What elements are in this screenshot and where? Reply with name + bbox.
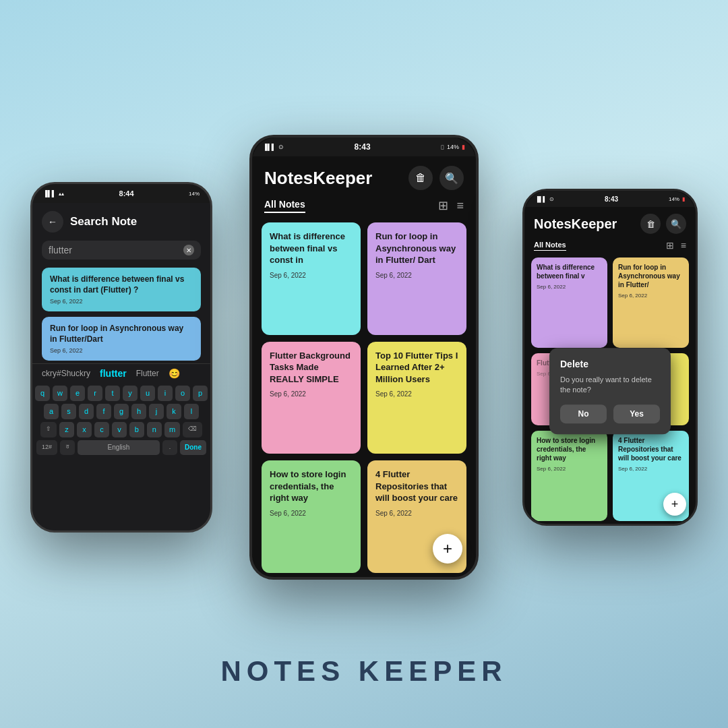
search-input-text[interactable]: flutter	[49, 245, 178, 255]
modal-title: Delete	[560, 359, 660, 369]
note-card-5[interactable]: How to store login credentials, the righ…	[262, 460, 361, 573]
key-v[interactable]: v	[112, 422, 127, 437]
right-fab-button[interactable]: +	[663, 493, 686, 516]
key-i[interactable]: i	[158, 386, 173, 401]
time-right: 8:43	[605, 195, 618, 203]
search-input-box[interactable]: flutter ✕	[42, 241, 201, 260]
note-date-4: Sep 6, 2022	[375, 390, 458, 398]
right-delete-icon-button[interactable]: 🗑	[640, 214, 661, 234]
note-title-2: Run for loop in Asynchronous way in Flut…	[375, 231, 458, 266]
key-numbers[interactable]: 12#	[36, 440, 57, 455]
key-m[interactable]: m	[164, 422, 180, 437]
note-date-6: Sep 6, 2022	[375, 510, 458, 517]
key-backspace[interactable]: ⌫	[183, 422, 202, 437]
autocomplete-item-1[interactable]: ckry#Shuckry	[42, 369, 90, 378]
key-l[interactable]: l	[184, 404, 199, 419]
autocomplete-bar: ckry#Shuckry flutter Flutter 😊	[32, 363, 210, 383]
autocomplete-item-2[interactable]: flutter	[100, 368, 127, 379]
status-right-center: ⌷ 14% ▮	[441, 144, 465, 150]
note-card-4[interactable]: Top 10 Flutter Tips I Learned After 2+ M…	[367, 342, 466, 454]
grid-view-icon[interactable]: ⊞	[438, 198, 448, 213]
key-k[interactable]: k	[166, 404, 181, 419]
key-a[interactable]: a	[44, 404, 59, 419]
key-o[interactable]: o	[175, 386, 190, 401]
right-header-icons: 🗑 🔍	[640, 214, 686, 234]
key-z[interactable]: z	[59, 422, 74, 437]
phone-left: ▐▌▌ ▴▴ 8:44 14% ← Search Note flutter ✕	[30, 182, 212, 533]
app-branding-title: NOTES KEEPER	[220, 655, 507, 688]
right-note-card-5[interactable]: How to store login credentials, the righ…	[531, 431, 607, 521]
right-note-title-6: 4 Flutter Repositories that will boost y…	[618, 436, 684, 462]
result-title-1: What is difference between final vs cons…	[50, 274, 193, 295]
delete-icon-button[interactable]: 🗑	[408, 166, 433, 190]
key-r[interactable]: r	[88, 386, 102, 401]
right-menu-view-icon[interactable]: ≡	[681, 240, 686, 251]
phone-right: ▐▌▌ ⊙ 8:43 14% ▮ NotesKeeper 🗑 🔍 All Not…	[522, 189, 698, 526]
note-card-1[interactable]: What is difference between final vs cons…	[262, 222, 361, 335]
key-d[interactable]: d	[79, 404, 94, 419]
key-lang1[interactable]: ठ	[60, 440, 75, 455]
notes-grid: What is difference between final vs cons…	[252, 218, 476, 577]
right-note-date-1: Sep 6, 2022	[537, 284, 602, 290]
key-s[interactable]: s	[61, 404, 76, 419]
key-h[interactable]: h	[131, 404, 146, 419]
key-p[interactable]: p	[193, 386, 208, 401]
key-shift[interactable]: ⇧	[40, 422, 57, 437]
right-tabs-row: All Notes ⊞ ≡	[524, 238, 696, 255]
autocomplete-item-3[interactable]: Flutter	[136, 369, 159, 378]
key-c[interactable]: c	[94, 422, 109, 437]
key-b[interactable]: b	[129, 422, 144, 437]
right-grid-view-icon[interactable]: ⊞	[666, 240, 674, 251]
key-space[interactable]: English	[78, 440, 160, 455]
key-g[interactable]: g	[114, 404, 129, 419]
key-t[interactable]: t	[105, 386, 120, 401]
result-title-2: Run for loop in Asynchronous way in Flut…	[50, 324, 193, 344]
search-icon-button[interactable]: 🔍	[439, 166, 464, 190]
sim-icon: ⌷	[441, 144, 444, 150]
note-date-2: Sep 6, 2022	[375, 272, 458, 279]
right-header: NotesKeeper 🗑 🔍	[524, 207, 696, 238]
note-date-1: Sep 6, 2022	[270, 272, 353, 279]
fab-button[interactable]: +	[433, 534, 462, 564]
modal-yes-button[interactable]: Yes	[613, 404, 660, 423]
tabs-row: All Notes ⊞ ≡	[252, 195, 476, 218]
modal-no-button[interactable]: No	[560, 404, 607, 423]
key-j[interactable]: j	[149, 404, 164, 419]
key-dot[interactable]: .	[162, 440, 177, 455]
wifi-icon-center: ⊙	[278, 144, 284, 150]
back-button[interactable]: ←	[42, 211, 63, 233]
note-title-3: Flutter Background Tasks Made REALLY SIM…	[270, 350, 353, 386]
key-f[interactable]: f	[96, 404, 111, 419]
battery-left: 14%	[189, 191, 200, 197]
status-left-left: ▐▌▌ ▴▴	[43, 190, 64, 197]
note-card-3[interactable]: Flutter Background Tasks Made REALLY SIM…	[262, 342, 361, 454]
all-notes-tab[interactable]: All Notes	[264, 199, 305, 213]
battery-bar-right: ▮	[682, 196, 685, 202]
key-e[interactable]: e	[70, 386, 85, 401]
battery-bar: ▮	[462, 144, 465, 150]
search-input-row: flutter ✕	[32, 238, 210, 265]
key-u[interactable]: u	[140, 386, 155, 401]
key-row-3: ⇧ z x c v b n m ⌫	[36, 422, 206, 437]
autocomplete-emoji[interactable]: 😊	[169, 368, 180, 379]
right-note-card-2[interactable]: Run for loop in Asynchronous way in Flut…	[613, 257, 689, 348]
right-note-date-6: Sep 6, 2022	[618, 466, 684, 472]
phone-center: ▐▌▌ ⊙ 8:43 ⌷ 14% ▮ NotesKeeper 🗑 🔍 All	[249, 135, 479, 580]
view-controls: ⊞ ≡	[438, 198, 464, 213]
right-search-icon-button[interactable]: 🔍	[666, 214, 686, 234]
key-x[interactable]: x	[77, 422, 92, 437]
menu-view-icon[interactable]: ≡	[456, 199, 464, 213]
search-result-card-2[interactable]: Run for loop in Asynchronous way in Flut…	[42, 317, 201, 361]
status-right-left: 14%	[189, 191, 200, 197]
key-y[interactable]: y	[123, 386, 138, 401]
key-q[interactable]: q	[35, 386, 50, 401]
note-card-2[interactable]: Run for loop in Asynchronous way in Flut…	[367, 222, 466, 335]
key-done[interactable]: Done	[180, 440, 206, 455]
key-w[interactable]: w	[53, 386, 67, 401]
result-date-1: Sep 6, 2022	[50, 298, 193, 305]
key-n[interactable]: n	[147, 422, 162, 437]
search-clear-button[interactable]: ✕	[183, 245, 194, 255]
right-note-card-1[interactable]: What is difference between final v Sep 6…	[531, 257, 607, 348]
right-all-notes-tab[interactable]: All Notes	[534, 241, 566, 251]
search-result-card-1[interactable]: What is difference between final vs cons…	[42, 268, 201, 311]
